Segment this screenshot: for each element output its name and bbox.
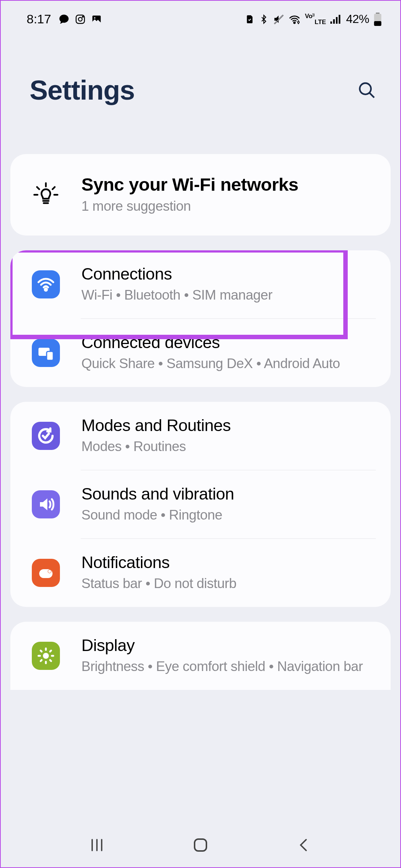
row-sub: Brightness • Eye comfort shield • Naviga… — [81, 657, 376, 676]
row-connections[interactable]: Connections Wi-Fi • Bluetooth • SIM mana… — [10, 250, 391, 318]
row-title: Modes and Routines — [81, 416, 376, 435]
routines-icon — [32, 422, 60, 450]
row-title: Sounds and vibration — [81, 484, 376, 504]
svg-rect-26 — [47, 351, 53, 360]
svg-rect-42 — [195, 839, 206, 851]
card-icon — [245, 14, 255, 24]
svg-point-30 — [43, 653, 49, 659]
search-button[interactable] — [356, 79, 378, 101]
svg-point-24 — [45, 288, 47, 291]
battery-icon — [374, 13, 382, 26]
svg-rect-9 — [333, 19, 335, 24]
svg-point-7 — [294, 22, 295, 23]
navigation-bar — [1, 823, 400, 867]
notifications-icon — [32, 559, 60, 587]
row-title: Display — [81, 636, 376, 655]
status-clock: 8:17 — [27, 12, 51, 26]
signal-icon — [330, 14, 341, 24]
svg-rect-11 — [339, 15, 341, 24]
devices-icon — [32, 339, 60, 367]
volte-icon: Vo))LTE — [305, 13, 326, 25]
suggestion-title: Sync your Wi-Fi networks — [81, 174, 376, 195]
wifi-icon — [32, 270, 60, 298]
svg-rect-12 — [376, 13, 380, 14]
svg-line-35 — [41, 650, 42, 651]
row-sub: Sound mode • Ringtone — [81, 506, 376, 524]
bluetooth-icon — [259, 13, 269, 26]
instagram-icon — [75, 14, 86, 25]
row-sub: Modes • Routines — [81, 437, 376, 456]
svg-point-4 — [94, 17, 95, 19]
row-title: Connections — [81, 264, 376, 284]
header: Settings — [1, 34, 400, 154]
status-right: Vo))LTE 42% — [245, 12, 382, 26]
row-sub: Wi-Fi • Bluetooth • SIM manager — [81, 286, 376, 304]
svg-line-37 — [41, 660, 42, 661]
svg-point-15 — [360, 83, 371, 94]
svg-point-2 — [82, 16, 84, 17]
lightbulb-icon — [32, 181, 60, 209]
row-title: Notifications — [81, 553, 376, 572]
svg-line-16 — [370, 93, 374, 97]
suggestion-sub: 1 more suggestion — [81, 197, 376, 216]
page-title: Settings — [30, 74, 135, 106]
brightness-icon — [32, 642, 60, 670]
row-connected-devices[interactable]: Connected devices Quick Share • Samsung … — [10, 319, 391, 387]
sound-icon — [32, 490, 60, 518]
svg-rect-8 — [330, 21, 332, 24]
battery-percent: 42% — [346, 12, 369, 26]
settings-group-2: Display Brightness • Eye comfort shield … — [10, 622, 391, 690]
wifi-status-icon — [289, 14, 300, 24]
home-icon — [192, 836, 209, 854]
suggestion-row[interactable]: Sync your Wi-Fi networks 1 more suggesti… — [10, 154, 391, 236]
row-notifications[interactable]: Notifications Status bar • Do not distur… — [10, 539, 391, 607]
row-modes-routines[interactable]: Modes and Routines Modes • Routines — [10, 402, 391, 470]
svg-line-36 — [50, 660, 51, 661]
svg-line-38 — [50, 650, 51, 651]
svg-line-19 — [53, 187, 55, 189]
svg-point-1 — [78, 17, 82, 21]
home-button[interactable] — [189, 834, 212, 856]
status-left: 8:17 — [27, 12, 102, 26]
row-sub: Status bar • Do not disturb — [81, 574, 376, 593]
search-icon — [357, 81, 377, 100]
settings-group-1: Modes and Routines Modes • Routines Soun… — [10, 402, 391, 607]
svg-point-29 — [48, 570, 51, 573]
suggestion-card[interactable]: Sync your Wi-Fi networks 1 more suggesti… — [10, 154, 391, 236]
row-title: Connected devices — [81, 333, 376, 352]
row-sounds-vibration[interactable]: Sounds and vibration Sound mode • Ringto… — [10, 470, 391, 538]
message-icon — [58, 14, 70, 25]
back-icon — [296, 837, 312, 853]
row-sub: Quick Share • Samsung DeX • Android Auto — [81, 354, 376, 373]
recents-icon — [89, 837, 105, 853]
row-display[interactable]: Display Brightness • Eye comfort shield … — [10, 622, 391, 690]
recents-button[interactable] — [86, 834, 108, 856]
gallery-icon — [91, 14, 102, 25]
status-bar: 8:17 Vo))LTE 42% — [1, 1, 400, 34]
svg-rect-14 — [374, 21, 381, 26]
back-button[interactable] — [293, 834, 315, 856]
settings-group-0: Connections Wi-Fi • Bluetooth • SIM mana… — [10, 250, 391, 387]
svg-rect-10 — [336, 17, 338, 24]
svg-line-18 — [37, 187, 39, 189]
mute-icon — [273, 14, 284, 25]
